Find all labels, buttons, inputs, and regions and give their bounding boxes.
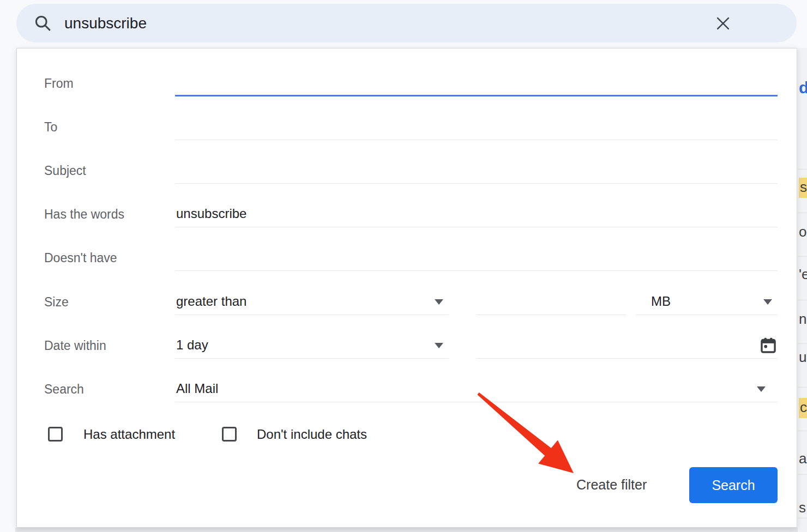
size-label: Size: [44, 295, 69, 310]
doesnt-have-row: Doesn't have: [44, 243, 778, 271]
date-input[interactable]: [477, 330, 778, 359]
size-operator-dropdown[interactable]: greater than: [175, 287, 449, 315]
has-words-row: Has the words unsubscribe: [44, 199, 778, 227]
close-icon[interactable]: [714, 14, 732, 33]
search-filter-panel: From To Subject Has the words unsubscrib…: [16, 48, 797, 528]
to-input[interactable]: [175, 112, 778, 140]
row-divider: [798, 213, 807, 213]
has-words-label: Has the words: [44, 207, 124, 222]
page-bottom-strip: [15, 528, 807, 532]
date-row: Date within 1 day: [44, 330, 778, 359]
background-text-fragment: a: [799, 450, 806, 467]
background-text-fragment: s: [799, 178, 807, 198]
chevron-down-icon: [435, 299, 443, 305]
background-text-fragment: n: [799, 311, 806, 328]
row-divider: [798, 300, 807, 300]
dont-include-chats-label: Don't include chats: [257, 426, 367, 443]
search-scope-dropdown[interactable]: All Mail: [175, 374, 778, 402]
calendar-icon[interactable]: [759, 336, 778, 355]
search-input[interactable]: unsubscribe: [64, 4, 147, 43]
checkbox-row: Has attachment Don't include chats: [44, 426, 778, 444]
background-text-fragment: s: [799, 499, 806, 516]
row-divider: [798, 387, 807, 388]
gmail-search-filter-page: unsubscribe From To Subject Has th: [0, 0, 807, 532]
from-row: From: [44, 68, 778, 96]
has-attachment-label: Has attachment: [83, 426, 175, 443]
search-bar: unsubscribe: [16, 4, 797, 43]
size-unit-dropdown[interactable]: MB: [636, 287, 778, 315]
date-within-value: 1 day: [176, 337, 208, 353]
row-divider: [798, 169, 807, 170]
row-divider: [798, 431, 807, 431]
subject-row: Subject: [44, 155, 778, 184]
chevron-down-icon: [757, 386, 766, 392]
from-input[interactable]: [175, 68, 778, 96]
search-scope-value: All Mail: [176, 381, 218, 396]
row-divider: [798, 343, 807, 344]
row-divider: [798, 256, 807, 257]
size-operator-value: greater than: [176, 294, 246, 309]
background-text-fragment: d: [799, 78, 807, 97]
size-row: Size greater than MB: [44, 287, 778, 315]
background-text-fragment: o: [799, 223, 806, 240]
background-text-fragment: 'e: [799, 266, 807, 283]
background-text-fragment: u: [799, 349, 806, 366]
has-words-value: unsubscribe: [176, 206, 246, 221]
size-unit-value: MB: [651, 294, 671, 309]
create-filter-button[interactable]: Create filter: [576, 477, 647, 493]
chevron-down-icon: [763, 299, 772, 305]
background-page-strip: d s o 'e n u c a s: [798, 48, 807, 532]
chevron-down-icon: [435, 343, 443, 348]
search-icon[interactable]: [33, 13, 52, 33]
date-within-dropdown[interactable]: 1 day: [175, 330, 449, 359]
search-button[interactable]: Search: [689, 467, 778, 503]
subject-label: Subject: [44, 164, 86, 178]
row-divider: [798, 474, 807, 475]
to-label: To: [44, 120, 57, 135]
doesnt-have-input[interactable]: [175, 243, 778, 271]
background-text-fragment: c: [799, 398, 807, 418]
has-attachment-checkbox[interactable]: [48, 427, 63, 442]
size-amount-input[interactable]: [477, 287, 626, 315]
date-within-label: Date within: [44, 338, 106, 353]
has-words-input[interactable]: unsubscribe: [175, 199, 778, 227]
doesnt-have-label: Doesn't have: [44, 251, 117, 265]
search-scope-row: Search All Mail: [44, 374, 778, 402]
row-divider: [798, 518, 807, 518]
from-label: From: [44, 76, 74, 91]
subject-input[interactable]: [175, 155, 778, 184]
to-row: To: [44, 112, 778, 140]
dont-include-chats-checkbox[interactable]: [222, 427, 237, 442]
search-scope-label: Search: [44, 382, 84, 397]
